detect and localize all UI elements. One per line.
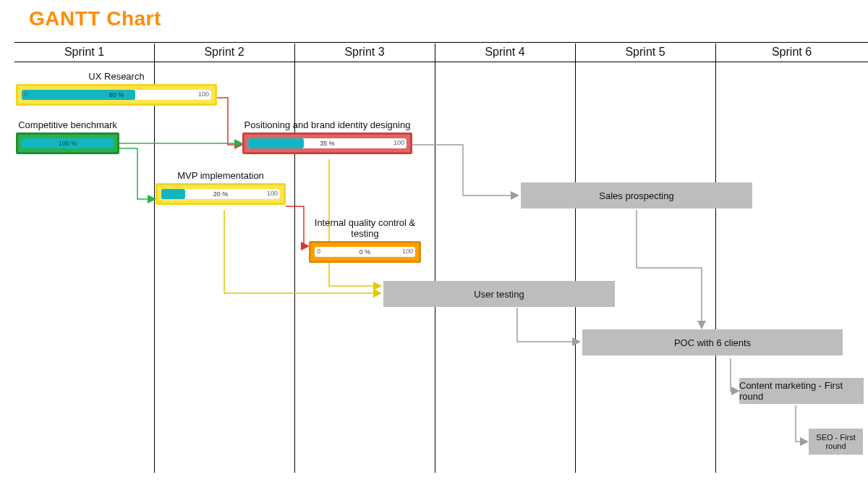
col-sep	[294, 43, 295, 473]
col-sprint-4: Sprint 4	[435, 42, 575, 62]
task-internal-qc[interactable]: Internal quality control & testing 0 0 %…	[309, 217, 421, 263]
task-ux-research[interactable]: UX Research 0 60 % 100	[16, 71, 217, 106]
page-title: GANTT Chart	[29, 7, 161, 30]
sprint-header: Sprint 1 Sprint 2 Sprint 3 Sprint 4 Spri…	[14, 42, 868, 64]
progress-percent: 35 %	[248, 138, 407, 148]
task-bar: 35 % 100	[242, 132, 412, 154]
task-mvp-implementation[interactable]: MVP implementation 20 % 100	[156, 170, 286, 205]
col-sep	[715, 43, 716, 473]
task-content-marketing[interactable]: Content marketing - First round	[739, 378, 864, 404]
task-bar: 0 60 % 100	[16, 84, 217, 106]
progress-end: 100	[267, 190, 278, 197]
progress-end: 100	[402, 248, 413, 255]
task-label: UX Research	[16, 71, 217, 84]
task-label: Competitive benchmark	[16, 119, 119, 132]
progress-end: 100	[393, 139, 404, 146]
task-label: Internal quality control & testing	[309, 217, 421, 241]
task-poc-clients[interactable]: POC with 6 clients	[582, 329, 843, 355]
col-sprint-5: Sprint 5	[575, 42, 715, 62]
task-user-testing[interactable]: User testing	[383, 281, 615, 307]
col-sprint-3: Sprint 3	[294, 42, 435, 62]
progress-percent: 0 %	[315, 247, 415, 257]
col-sep	[435, 43, 435, 473]
task-seo-first-round[interactable]: SEO - First round	[809, 429, 863, 455]
task-bar: 0 0 % 100	[309, 241, 421, 263]
task-brand-identity[interactable]: Positioning and brand identity designing…	[242, 119, 412, 154]
progress-percent: 60 %	[22, 90, 211, 100]
progress-percent: 20 %	[161, 189, 280, 199]
col-sep	[154, 43, 155, 473]
task-bar: 100 %	[16, 132, 119, 154]
col-sprint-2: Sprint 2	[154, 42, 294, 62]
task-label: Positioning and brand identity designing	[242, 119, 412, 132]
task-sales-prospecting[interactable]: Sales prospecting	[521, 182, 752, 209]
progress-end: 100	[198, 90, 209, 98]
task-label: MVP implementation	[156, 170, 286, 183]
col-sep	[575, 43, 576, 473]
progress-percent: 100 %	[22, 138, 114, 148]
task-bar: 20 % 100	[156, 183, 286, 205]
col-sprint-6: Sprint 6	[715, 42, 868, 62]
task-competitive-benchmark[interactable]: Competitive benchmark 100 %	[16, 119, 119, 154]
col-sprint-1: Sprint 1	[14, 42, 154, 62]
